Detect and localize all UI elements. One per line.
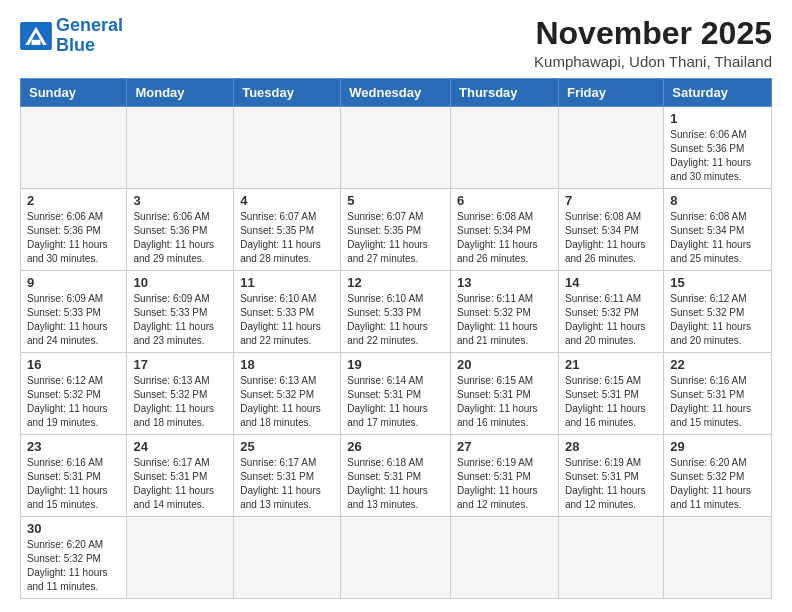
day-info: Sunrise: 6:06 AM Sunset: 5:36 PM Dayligh… bbox=[670, 128, 765, 184]
calendar-day-cell bbox=[451, 517, 559, 599]
calendar-day-cell: 20Sunrise: 6:15 AM Sunset: 5:31 PM Dayli… bbox=[451, 353, 559, 435]
day-info: Sunrise: 6:16 AM Sunset: 5:31 PM Dayligh… bbox=[670, 374, 765, 430]
day-number: 4 bbox=[240, 193, 334, 208]
title-block: November 2025 Kumphawapi, Udon Thani, Th… bbox=[534, 16, 772, 70]
svg-rect-3 bbox=[32, 40, 41, 45]
day-number: 5 bbox=[347, 193, 444, 208]
day-number: 17 bbox=[133, 357, 227, 372]
day-of-week-header: Sunday bbox=[21, 79, 127, 107]
calendar-day-cell: 18Sunrise: 6:13 AM Sunset: 5:32 PM Dayli… bbox=[234, 353, 341, 435]
day-info: Sunrise: 6:08 AM Sunset: 5:34 PM Dayligh… bbox=[565, 210, 657, 266]
calendar-day-cell: 21Sunrise: 6:15 AM Sunset: 5:31 PM Dayli… bbox=[558, 353, 663, 435]
calendar-week-row: 2Sunrise: 6:06 AM Sunset: 5:36 PM Daylig… bbox=[21, 189, 772, 271]
day-number: 2 bbox=[27, 193, 120, 208]
day-number: 10 bbox=[133, 275, 227, 290]
day-number: 29 bbox=[670, 439, 765, 454]
day-number: 18 bbox=[240, 357, 334, 372]
calendar-day-cell bbox=[234, 107, 341, 189]
day-number: 13 bbox=[457, 275, 552, 290]
location-title: Kumphawapi, Udon Thani, Thailand bbox=[534, 53, 772, 70]
day-info: Sunrise: 6:08 AM Sunset: 5:34 PM Dayligh… bbox=[670, 210, 765, 266]
day-number: 9 bbox=[27, 275, 120, 290]
day-number: 14 bbox=[565, 275, 657, 290]
calendar-day-cell: 5Sunrise: 6:07 AM Sunset: 5:35 PM Daylig… bbox=[341, 189, 451, 271]
day-of-week-header: Wednesday bbox=[341, 79, 451, 107]
day-info: Sunrise: 6:15 AM Sunset: 5:31 PM Dayligh… bbox=[457, 374, 552, 430]
calendar-day-cell bbox=[341, 517, 451, 599]
calendar-week-row: 30Sunrise: 6:20 AM Sunset: 5:32 PM Dayli… bbox=[21, 517, 772, 599]
calendar-day-cell: 12Sunrise: 6:10 AM Sunset: 5:33 PM Dayli… bbox=[341, 271, 451, 353]
calendar-day-cell bbox=[341, 107, 451, 189]
day-of-week-header: Thursday bbox=[451, 79, 559, 107]
calendar-day-cell: 7Sunrise: 6:08 AM Sunset: 5:34 PM Daylig… bbox=[558, 189, 663, 271]
day-number: 20 bbox=[457, 357, 552, 372]
day-info: Sunrise: 6:08 AM Sunset: 5:34 PM Dayligh… bbox=[457, 210, 552, 266]
day-info: Sunrise: 6:13 AM Sunset: 5:32 PM Dayligh… bbox=[133, 374, 227, 430]
calendar-day-cell bbox=[558, 107, 663, 189]
calendar-day-cell: 16Sunrise: 6:12 AM Sunset: 5:32 PM Dayli… bbox=[21, 353, 127, 435]
day-number: 11 bbox=[240, 275, 334, 290]
day-info: Sunrise: 6:16 AM Sunset: 5:31 PM Dayligh… bbox=[27, 456, 120, 512]
calendar-day-cell: 14Sunrise: 6:11 AM Sunset: 5:32 PM Dayli… bbox=[558, 271, 663, 353]
day-info: Sunrise: 6:19 AM Sunset: 5:31 PM Dayligh… bbox=[565, 456, 657, 512]
day-of-week-header: Monday bbox=[127, 79, 234, 107]
calendar-week-row: 23Sunrise: 6:16 AM Sunset: 5:31 PM Dayli… bbox=[21, 435, 772, 517]
calendar-day-cell: 10Sunrise: 6:09 AM Sunset: 5:33 PM Dayli… bbox=[127, 271, 234, 353]
day-number: 21 bbox=[565, 357, 657, 372]
calendar-day-cell bbox=[664, 517, 772, 599]
day-number: 23 bbox=[27, 439, 120, 454]
calendar-day-cell: 4Sunrise: 6:07 AM Sunset: 5:35 PM Daylig… bbox=[234, 189, 341, 271]
day-of-week-header: Friday bbox=[558, 79, 663, 107]
day-info: Sunrise: 6:20 AM Sunset: 5:32 PM Dayligh… bbox=[670, 456, 765, 512]
calendar-day-cell: 1Sunrise: 6:06 AM Sunset: 5:36 PM Daylig… bbox=[664, 107, 772, 189]
calendar-day-cell: 6Sunrise: 6:08 AM Sunset: 5:34 PM Daylig… bbox=[451, 189, 559, 271]
calendar-day-cell: 25Sunrise: 6:17 AM Sunset: 5:31 PM Dayli… bbox=[234, 435, 341, 517]
day-number: 3 bbox=[133, 193, 227, 208]
calendar: SundayMondayTuesdayWednesdayThursdayFrid… bbox=[20, 78, 772, 599]
day-number: 7 bbox=[565, 193, 657, 208]
day-info: Sunrise: 6:14 AM Sunset: 5:31 PM Dayligh… bbox=[347, 374, 444, 430]
day-info: Sunrise: 6:11 AM Sunset: 5:32 PM Dayligh… bbox=[457, 292, 552, 348]
calendar-day-cell: 3Sunrise: 6:06 AM Sunset: 5:36 PM Daylig… bbox=[127, 189, 234, 271]
calendar-day-cell: 15Sunrise: 6:12 AM Sunset: 5:32 PM Dayli… bbox=[664, 271, 772, 353]
calendar-day-cell: 22Sunrise: 6:16 AM Sunset: 5:31 PM Dayli… bbox=[664, 353, 772, 435]
day-number: 15 bbox=[670, 275, 765, 290]
day-info: Sunrise: 6:15 AM Sunset: 5:31 PM Dayligh… bbox=[565, 374, 657, 430]
page-header: GeneralBlue November 2025 Kumphawapi, Ud… bbox=[20, 16, 772, 70]
calendar-day-cell: 19Sunrise: 6:14 AM Sunset: 5:31 PM Dayli… bbox=[341, 353, 451, 435]
day-info: Sunrise: 6:07 AM Sunset: 5:35 PM Dayligh… bbox=[347, 210, 444, 266]
calendar-day-cell bbox=[127, 517, 234, 599]
calendar-day-cell: 29Sunrise: 6:20 AM Sunset: 5:32 PM Dayli… bbox=[664, 435, 772, 517]
calendar-day-cell bbox=[234, 517, 341, 599]
month-title: November 2025 bbox=[534, 16, 772, 51]
day-info: Sunrise: 6:07 AM Sunset: 5:35 PM Dayligh… bbox=[240, 210, 334, 266]
day-number: 25 bbox=[240, 439, 334, 454]
day-info: Sunrise: 6:20 AM Sunset: 5:32 PM Dayligh… bbox=[27, 538, 120, 594]
day-info: Sunrise: 6:17 AM Sunset: 5:31 PM Dayligh… bbox=[133, 456, 227, 512]
day-number: 28 bbox=[565, 439, 657, 454]
day-of-week-header: Saturday bbox=[664, 79, 772, 107]
logo-text: GeneralBlue bbox=[56, 16, 123, 56]
day-info: Sunrise: 6:09 AM Sunset: 5:33 PM Dayligh… bbox=[133, 292, 227, 348]
calendar-day-cell bbox=[451, 107, 559, 189]
calendar-day-cell: 26Sunrise: 6:18 AM Sunset: 5:31 PM Dayli… bbox=[341, 435, 451, 517]
calendar-day-cell: 24Sunrise: 6:17 AM Sunset: 5:31 PM Dayli… bbox=[127, 435, 234, 517]
day-info: Sunrise: 6:12 AM Sunset: 5:32 PM Dayligh… bbox=[27, 374, 120, 430]
calendar-day-cell: 13Sunrise: 6:11 AM Sunset: 5:32 PM Dayli… bbox=[451, 271, 559, 353]
day-info: Sunrise: 6:17 AM Sunset: 5:31 PM Dayligh… bbox=[240, 456, 334, 512]
calendar-day-cell bbox=[558, 517, 663, 599]
calendar-day-cell: 30Sunrise: 6:20 AM Sunset: 5:32 PM Dayli… bbox=[21, 517, 127, 599]
day-number: 1 bbox=[670, 111, 765, 126]
day-info: Sunrise: 6:06 AM Sunset: 5:36 PM Dayligh… bbox=[27, 210, 120, 266]
calendar-week-row: 16Sunrise: 6:12 AM Sunset: 5:32 PM Dayli… bbox=[21, 353, 772, 435]
day-number: 16 bbox=[27, 357, 120, 372]
day-number: 6 bbox=[457, 193, 552, 208]
day-info: Sunrise: 6:10 AM Sunset: 5:33 PM Dayligh… bbox=[347, 292, 444, 348]
day-info: Sunrise: 6:19 AM Sunset: 5:31 PM Dayligh… bbox=[457, 456, 552, 512]
logo-icon bbox=[20, 22, 52, 50]
day-info: Sunrise: 6:11 AM Sunset: 5:32 PM Dayligh… bbox=[565, 292, 657, 348]
day-number: 19 bbox=[347, 357, 444, 372]
logo: GeneralBlue bbox=[20, 16, 123, 56]
day-info: Sunrise: 6:09 AM Sunset: 5:33 PM Dayligh… bbox=[27, 292, 120, 348]
day-of-week-header: Tuesday bbox=[234, 79, 341, 107]
